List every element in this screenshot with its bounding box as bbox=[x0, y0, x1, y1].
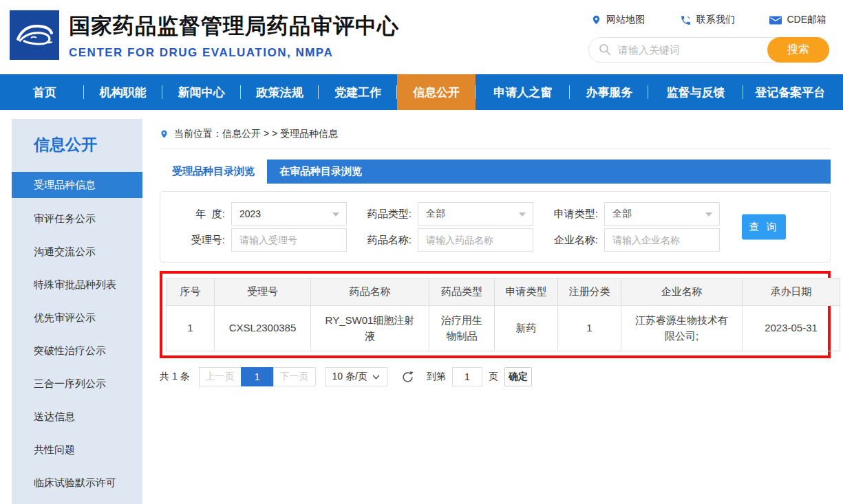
sidebar-item-delivery-info[interactable]: 送达信息 bbox=[12, 400, 142, 433]
sidebar-item-three-in-one[interactable]: 三合一序列公示 bbox=[12, 367, 142, 400]
contact-label: 联系我们 bbox=[696, 14, 735, 26]
nav-item-party-building[interactable]: 党建工作 bbox=[319, 74, 397, 110]
mail-icon bbox=[769, 15, 782, 25]
sidebar-item-common-issues[interactable]: 共性问题 bbox=[12, 433, 142, 466]
goto-suffix: 页 bbox=[489, 371, 498, 383]
header-accept-no: 受理号 bbox=[215, 278, 311, 306]
table-row: 1 CXSL2300385 RY_SW01细胞注射液 治疗用生物制品 新药 1 … bbox=[167, 306, 840, 351]
page-size-select[interactable]: 10 条/页 bbox=[325, 367, 387, 386]
sitemap-label: 网站地图 bbox=[606, 14, 645, 26]
phone-icon bbox=[680, 14, 692, 26]
cell-date: 2023-05-31 bbox=[743, 306, 840, 351]
nav-item-supervision-feedback[interactable]: 监督与反馈 bbox=[648, 74, 743, 110]
nav-item-services[interactable]: 办事服务 bbox=[570, 74, 648, 110]
header-drug-type: 药品类型 bbox=[429, 278, 495, 306]
breadcrumb: 当前位置：信息公开 > > 受理品种信息 bbox=[160, 128, 831, 149]
sidebar-item-review-tasks[interactable]: 审评任务公示 bbox=[12, 202, 142, 235]
total-count: 共 1 条 bbox=[160, 371, 190, 383]
site-search: 搜索 bbox=[588, 37, 829, 63]
red-annotation-box: 序号 受理号 药品名称 药品类型 申请类型 注册分类 企业名称 承办日期 1 C… bbox=[160, 271, 831, 358]
nav-item-home[interactable]: 首页 bbox=[6, 74, 84, 110]
nav-item-organization[interactable]: 机构职能 bbox=[84, 74, 162, 110]
nav-item-news[interactable]: 新闻中心 bbox=[162, 74, 241, 110]
company-input[interactable] bbox=[604, 228, 720, 252]
page-1-button[interactable]: 1 bbox=[241, 367, 274, 386]
sidebar-item-special-approval[interactable]: 特殊审批品种列表 bbox=[12, 268, 142, 301]
confirm-button[interactable]: 确定 bbox=[504, 367, 532, 386]
main-nav: 首页 机构职能 新闻中心 政策法规 党建工作 信息公开 申请人之窗 办事服务 监… bbox=[0, 74, 843, 110]
table-header-row: 序号 受理号 药品名称 药品类型 申请类型 注册分类 企业名称 承办日期 bbox=[167, 278, 840, 306]
chevron-down-icon bbox=[519, 212, 526, 217]
main-content: 当前位置：信息公开 > > 受理品种信息 受理品种目录浏览 在审品种目录浏览 年… bbox=[160, 128, 831, 386]
sidebar-item-accepted-varieties[interactable]: 受理品种信息 bbox=[12, 172, 142, 198]
cde-logo bbox=[10, 10, 59, 60]
chevron-down-icon bbox=[705, 212, 712, 217]
breadcrumb-text: 当前位置：信息公开 > > 受理品种信息 bbox=[174, 128, 338, 140]
cell-reg-class: 1 bbox=[558, 306, 621, 351]
apply-type-label: 申请类型: bbox=[543, 208, 598, 221]
query-button[interactable]: 查 询 bbox=[742, 215, 786, 240]
quick-links: 网站地图 联系我们 CDE邮箱 bbox=[588, 14, 829, 26]
header-company: 企业名称 bbox=[621, 278, 743, 306]
cell-company: 江苏睿源生物技术有限公司; bbox=[621, 306, 743, 351]
year-label: 年 度: bbox=[170, 208, 225, 221]
goto-page-input[interactable] bbox=[452, 367, 482, 386]
company-label: 企业名称: bbox=[543, 234, 598, 247]
pagination: 共 1 条 上一页 1 下一页 10 条/页 到第 页 确定 bbox=[160, 367, 831, 386]
search-button[interactable]: 搜索 bbox=[767, 37, 829, 63]
drug-type-select[interactable]: 全部 bbox=[418, 202, 533, 226]
site-title: 国家药品监督管理局药品审评中心 bbox=[69, 12, 399, 41]
prev-page-button[interactable]: 上一页 bbox=[199, 367, 242, 386]
cell-drug-name: RY_SW01细胞注射液 bbox=[311, 306, 429, 351]
site-subtitle: CENTER FOR DRUG EVALUATION, NMPA bbox=[69, 46, 399, 60]
sidebar: 信息公开 受理品种信息 审评任务公示 沟通交流公示 特殊审批品种列表 优先审评公… bbox=[12, 119, 142, 504]
page-header: 国家药品监督管理局药品审评中心 CENTER FOR DRUG EVALUATI… bbox=[0, 0, 843, 74]
accept-no-input[interactable] bbox=[231, 228, 347, 252]
apply-type-select[interactable]: 全部 bbox=[604, 202, 720, 226]
goto-prefix: 到第 bbox=[427, 371, 446, 383]
tab-accepted-catalog[interactable]: 受理品种目录浏览 bbox=[160, 160, 267, 184]
header-drug-name: 药品名称 bbox=[311, 278, 429, 306]
refresh-icon[interactable] bbox=[401, 371, 414, 384]
nav-item-policy[interactable]: 政策法规 bbox=[241, 74, 319, 110]
location-pin-icon bbox=[160, 129, 169, 140]
search-icon bbox=[598, 43, 612, 56]
header-apply-type: 申请类型 bbox=[495, 278, 558, 306]
sidebar-title: 信息公开 bbox=[12, 119, 142, 169]
contact-link[interactable]: 联系我们 bbox=[680, 14, 735, 26]
nav-item-info-disclosure[interactable]: 信息公开 bbox=[397, 74, 476, 110]
sidebar-item-breakthrough-therapy[interactable]: 突破性治疗公示 bbox=[12, 334, 142, 367]
sidebar-item-communication[interactable]: 沟通交流公示 bbox=[12, 235, 142, 268]
results-table: 序号 受理号 药品名称 药品类型 申请类型 注册分类 企业名称 承办日期 1 C… bbox=[166, 278, 840, 351]
map-pin-icon bbox=[591, 14, 601, 26]
nav-item-applicant-window[interactable]: 申请人之窗 bbox=[476, 74, 570, 110]
drug-name-input[interactable] bbox=[418, 228, 533, 252]
cell-seq: 1 bbox=[167, 306, 215, 351]
cell-accept-no: CXSL2300385 bbox=[215, 306, 311, 351]
accept-no-label: 受理号: bbox=[170, 234, 225, 247]
year-select[interactable]: 2023 bbox=[231, 202, 347, 226]
mail-label: CDE邮箱 bbox=[787, 14, 826, 26]
nav-item-registration-platform[interactable]: 登记备案平台 bbox=[743, 74, 837, 110]
cell-apply-type: 新药 bbox=[495, 306, 558, 351]
tab-under-review-catalog[interactable]: 在审品种目录浏览 bbox=[267, 160, 374, 184]
site-title-block: 国家药品监督管理局药品审评中心 CENTER FOR DRUG EVALUATI… bbox=[69, 12, 399, 60]
header-reg-class: 注册分类 bbox=[558, 278, 621, 306]
chevron-down-icon bbox=[332, 212, 339, 217]
sitemap-link[interactable]: 网站地图 bbox=[591, 14, 645, 26]
header-date: 承办日期 bbox=[743, 278, 840, 306]
mail-link[interactable]: CDE邮箱 bbox=[769, 14, 826, 26]
sidebar-item-clinical-trial-license[interactable]: 临床试验默示许可 bbox=[12, 466, 142, 499]
cell-drug-type: 治疗用生物制品 bbox=[429, 306, 495, 351]
chevron-down-icon bbox=[372, 375, 380, 380]
drug-type-label: 药品类型: bbox=[356, 208, 412, 221]
drug-name-label: 药品名称: bbox=[356, 234, 412, 247]
next-page-button[interactable]: 下一页 bbox=[273, 367, 316, 386]
header-seq: 序号 bbox=[167, 278, 215, 306]
sidebar-item-priority-review[interactable]: 优先审评公示 bbox=[12, 301, 142, 334]
tab-bar: 受理品种目录浏览 在审品种目录浏览 bbox=[160, 160, 831, 184]
filter-panel: 年 度: 2023 药品类型: 全部 申请类型: 全部 bbox=[160, 191, 831, 263]
